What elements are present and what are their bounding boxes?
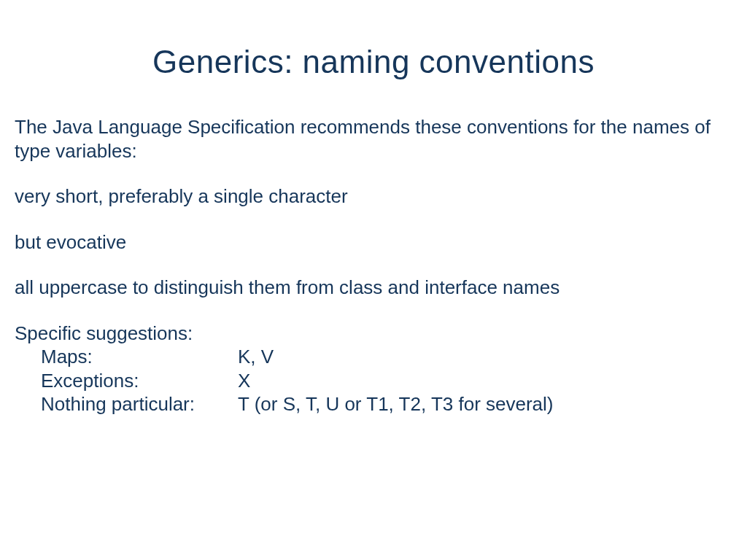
slide-title: Generics: naming conventions — [15, 44, 732, 80]
suggestion-row: Maps: K, V — [41, 345, 732, 369]
suggestion-row: Nothing particular: T (or S, T, U or T1,… — [41, 392, 732, 416]
suggestion-label: Maps: — [41, 345, 238, 369]
suggestion-value: T (or S, T, U or T1, T2, T3 for several) — [238, 392, 732, 416]
suggestions-rows: Maps: K, V Exceptions: X Nothing particu… — [41, 345, 732, 416]
point-1: very short, preferably a single characte… — [15, 184, 732, 209]
intro-text: The Java Language Specification recommen… — [15, 115, 732, 163]
slide: Generics: naming conventions The Java La… — [0, 0, 747, 560]
point-3: all uppercase to distinguish them from c… — [15, 276, 732, 300]
slide-body: The Java Language Specification recommen… — [15, 115, 732, 416]
suggestion-label: Exceptions: — [41, 369, 238, 393]
suggestion-label: Nothing particular: — [41, 392, 238, 416]
point-2: but evocative — [15, 230, 732, 254]
suggestion-value: K, V — [238, 345, 732, 369]
suggestion-value: X — [238, 369, 732, 393]
suggestions-heading: Specific suggestions: — [15, 322, 732, 346]
suggestions-block: Specific suggestions: Maps: K, V Excepti… — [15, 322, 732, 416]
suggestion-row: Exceptions: X — [41, 369, 732, 393]
